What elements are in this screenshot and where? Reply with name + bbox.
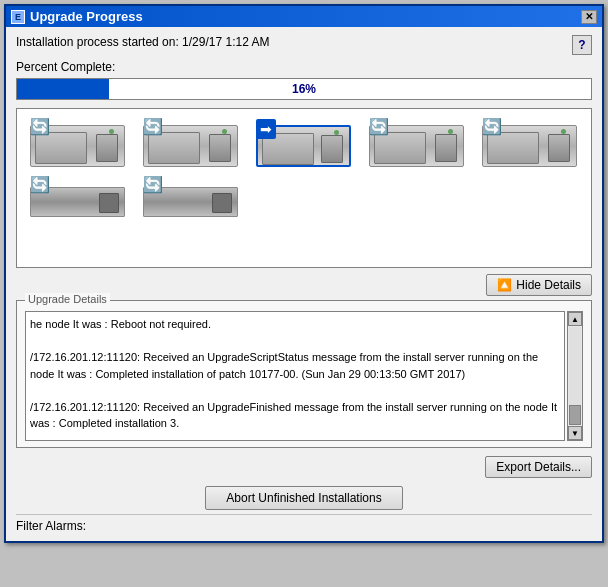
device-item-2: 🔄 — [138, 117, 243, 167]
abort-button[interactable]: Abort Unfinished Installations — [205, 486, 402, 510]
window-icon: E — [11, 10, 25, 24]
install-info-label: Installation process started on: 1/29/17… — [16, 35, 270, 49]
device-status-icon-7: 🔄 — [143, 175, 163, 194]
info-row: Installation process started on: 1/29/17… — [16, 35, 592, 55]
device-item-4: 🔄 — [364, 117, 469, 167]
hide-details-button[interactable]: 🔼 Hide Details — [486, 274, 592, 296]
upgrade-details-title: Upgrade Details — [25, 293, 110, 305]
devices-grid: 🔄 🔄 — [25, 117, 583, 225]
scroll-thumb — [569, 405, 581, 425]
scrollbar[interactable]: ▲ ▼ — [567, 311, 583, 441]
device-icon-area-7: 🔄 — [141, 175, 241, 225]
log-line-6 — [30, 432, 560, 442]
device-item-3: ➡ — [251, 117, 356, 167]
export-details-label: Export Details... — [496, 460, 581, 474]
upgrade-details-section: Upgrade Details he node It was : Reboot … — [16, 300, 592, 448]
scroll-up-button[interactable]: ▲ — [568, 312, 582, 326]
progress-bar-fill — [17, 79, 109, 99]
progress-bar-text: 16% — [292, 82, 316, 96]
hide-details-icon: 🔼 — [497, 278, 512, 292]
device-status-icon-1: 🔄 — [30, 117, 50, 136]
progress-bar: 16% — [16, 78, 592, 100]
log-line-4 — [30, 382, 560, 399]
export-row: Export Details... — [16, 456, 592, 478]
device-icon-area-1: 🔄 — [28, 117, 128, 167]
percent-label: Percent Complete: — [16, 60, 592, 74]
device-item-7: 🔄 — [138, 175, 243, 225]
device-icon-area-3: ➡ — [254, 117, 354, 167]
log-line-5: /172.16.201.12:11120: Received an Upgrad… — [30, 399, 560, 432]
abort-label: Abort Unfinished Installations — [226, 491, 381, 505]
upgrade-progress-window: E Upgrade Progress ✕ Installation proces… — [4, 4, 604, 543]
title-bar: E Upgrade Progress ✕ — [6, 6, 602, 27]
device-item-1: 🔄 — [25, 117, 130, 167]
details-container: he node It was : Reboot not required. /1… — [25, 311, 583, 441]
device-icon-area-4: 🔄 — [367, 117, 467, 167]
device-item-5: 🔄 — [477, 117, 582, 167]
device-icon-area-2: 🔄 — [141, 117, 241, 167]
hide-details-label: Hide Details — [516, 278, 581, 292]
filter-label: Filter Alarms: — [16, 519, 86, 533]
active-arrow-icon: ➡ — [256, 119, 276, 139]
close-button[interactable]: ✕ — [581, 10, 597, 24]
title-bar-left: E Upgrade Progress — [11, 9, 143, 24]
device-icon-area-5: 🔄 — [480, 117, 580, 167]
help-button[interactable]: ? — [572, 35, 592, 55]
device-status-icon-5: 🔄 — [482, 117, 502, 136]
abort-row: Abort Unfinished Installations — [16, 486, 592, 510]
device-item-6: 🔄 — [25, 175, 130, 225]
device-status-icon-6: 🔄 — [30, 175, 50, 194]
device-status-icon-2: 🔄 — [143, 117, 163, 136]
window-title: Upgrade Progress — [30, 9, 143, 24]
export-details-button[interactable]: Export Details... — [485, 456, 592, 478]
scroll-down-button[interactable]: ▼ — [568, 426, 582, 440]
filter-row: Filter Alarms: — [16, 514, 592, 533]
device-icon-area-6: 🔄 — [28, 175, 128, 225]
log-line-2 — [30, 333, 560, 350]
upgrade-details-text[interactable]: he node It was : Reboot not required. /1… — [25, 311, 565, 441]
scroll-track — [569, 327, 581, 425]
log-line-1: he node It was : Reboot not required. — [30, 316, 560, 333]
device-status-icon-4: 🔄 — [369, 117, 389, 136]
log-line-3: /172.16.201.12:11120: Received an Upgrad… — [30, 349, 560, 382]
devices-panel: 🔄 🔄 — [16, 108, 592, 268]
window-body: Installation process started on: 1/29/17… — [6, 27, 602, 541]
